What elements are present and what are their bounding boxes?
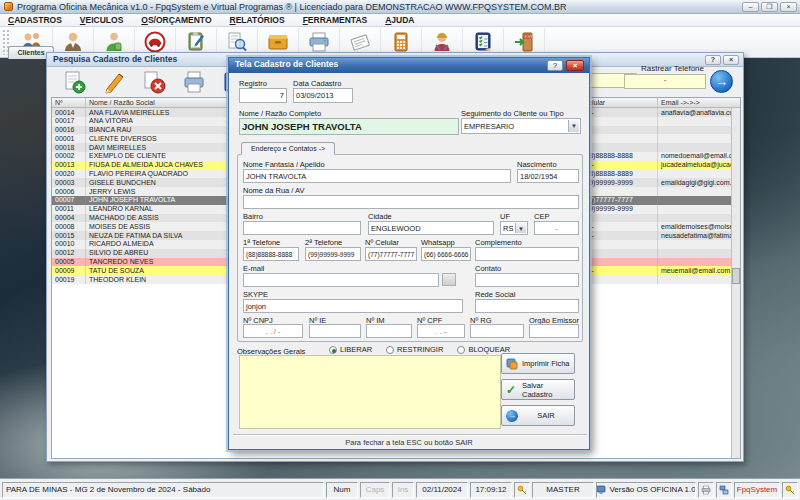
table-cell[interactable]: 00013 — [52, 161, 86, 170]
complemento-field[interactable] — [475, 247, 579, 261]
table-cell[interactable]: 00006 — [52, 187, 86, 196]
menu-ferramentas[interactable]: FERRAMENTAS — [303, 15, 368, 25]
cep-field[interactable]: - — [534, 221, 579, 235]
cnpj-field[interactable]: . . / - — [243, 324, 303, 338]
menu-ajuda[interactable]: AJUDA — [385, 15, 414, 25]
rede-social-field[interactable] — [475, 299, 579, 313]
uf-chevron-down-icon[interactable]: ▼ — [515, 223, 526, 233]
column-email[interactable]: Email ->->-> — [658, 98, 732, 107]
table-cell[interactable]: 00020 — [52, 170, 86, 179]
radio-liberar[interactable]: LIBERAR — [329, 345, 372, 354]
table-cell[interactable] — [658, 196, 732, 205]
menu-cadastros[interactable]: CADASTROS — [8, 15, 62, 25]
table-cell[interactable] — [580, 240, 658, 249]
search-help-button[interactable]: ? — [705, 55, 721, 65]
table-cell[interactable] — [658, 126, 732, 135]
table-cell[interactable]: 00016 — [52, 126, 86, 135]
table-cell[interactable]: 00005 — [52, 258, 86, 267]
table-cell[interactable]: nomedoemail@email.com.br — [658, 152, 732, 161]
table-cell[interactable] — [580, 134, 658, 143]
radio-restringir[interactable]: RESTRINGIR — [386, 345, 443, 354]
table-cell[interactable] — [658, 134, 732, 143]
novo-cliente-button[interactable] — [61, 69, 87, 95]
table-cell[interactable]: (88)88888-8889 — [580, 170, 658, 179]
nome-field[interactable]: JOHN JOSEPH TRAVOLTA — [239, 118, 459, 135]
contato-field[interactable] — [475, 273, 579, 287]
table-cell[interactable]: 00015 — [52, 231, 86, 240]
table-cell[interactable] — [658, 117, 732, 126]
radio-circle-icon[interactable] — [457, 346, 465, 354]
table-cell[interactable] — [658, 240, 732, 249]
close-button[interactable]: × — [780, 2, 797, 12]
column-celular[interactable]: Celular — [580, 98, 658, 107]
tel2-field[interactable]: (99)99999-9999 — [305, 247, 361, 261]
ie-field[interactable] — [309, 324, 361, 338]
table-cell[interactable]: meuemail@email.com.b — [658, 266, 732, 275]
table-cell[interactable] — [658, 214, 732, 223]
table-cell[interactable]: 00008 — [52, 222, 86, 231]
scrollbar-thumb[interactable] — [732, 268, 740, 284]
email-field[interactable] — [243, 273, 439, 287]
rua-field[interactable] — [243, 195, 579, 209]
table-cell[interactable]: neusadefatima@fatima.com.br — [658, 231, 732, 240]
radio-circle-icon[interactable] — [386, 346, 394, 354]
table-cell[interactable]: anaflavia@anaflavia.com.br — [658, 108, 732, 117]
table-cell[interactable]: 00019 — [52, 275, 86, 284]
nascimento-field[interactable]: 18/02/1954 — [517, 169, 579, 183]
table-cell[interactable]: ( ) - — [580, 108, 658, 117]
table-cell[interactable]: ( ) - — [580, 266, 658, 275]
bairro-field[interactable] — [243, 221, 361, 235]
menu-veiculos[interactable]: VEICULOS — [80, 15, 123, 25]
imprimir-lista-button[interactable] — [181, 69, 207, 95]
restore-button[interactable]: ❐ — [761, 2, 778, 12]
table-cell[interactable]: 00007 — [52, 196, 86, 205]
table-cell[interactable] — [658, 187, 732, 196]
minimize-button[interactable]: – — [742, 2, 759, 12]
editar-cliente-button[interactable] — [101, 69, 127, 95]
vertical-scrollbar[interactable] — [731, 108, 740, 458]
im-field[interactable] — [366, 324, 412, 338]
table-cell[interactable] — [580, 258, 658, 267]
table-cell[interactable] — [580, 187, 658, 196]
table-cell[interactable] — [580, 275, 658, 284]
table-cell[interactable]: 00003 — [52, 178, 86, 187]
table-cell[interactable]: emaildagigi@gigi.com.br — [658, 178, 732, 187]
registro-field[interactable]: 7 — [239, 88, 287, 103]
table-cell[interactable]: (88)88888-8888 — [580, 152, 658, 161]
dialog-titlebar[interactable]: Tela Cadastro de Clientes — [229, 58, 589, 73]
table-cell[interactable]: emaildemoises@moises.com.br — [658, 222, 732, 231]
tel1-field[interactable]: (88)88888-8888 — [243, 247, 299, 261]
table-cell[interactable]: (99)99999-9999 — [580, 178, 658, 187]
table-cell[interactable] — [580, 143, 658, 152]
observacoes-textarea[interactable] — [239, 355, 501, 429]
column-num[interactable]: Nº — [52, 98, 86, 107]
table-cell[interactable]: 00004 — [52, 214, 86, 223]
menu-relatorios[interactable]: RELATÓRIOS — [230, 15, 285, 25]
table-cell[interactable] — [580, 126, 658, 135]
salvar-cadastro-button[interactable]: ✓ Salvar Cadastro — [501, 379, 575, 400]
table-cell[interactable]: 00014 — [52, 108, 86, 117]
table-cell[interactable]: 00009 — [52, 266, 86, 275]
table-cell[interactable]: 00018 — [52, 143, 86, 152]
skype-field[interactable]: jonjon — [243, 299, 463, 313]
chevron-down-icon[interactable]: ▼ — [568, 120, 579, 132]
table-cell[interactable]: (99)99999-9999 — [580, 205, 658, 214]
table-cell[interactable] — [658, 170, 732, 179]
dialog-help-button[interactable]: ? — [547, 60, 563, 71]
excluir-cliente-button[interactable] — [141, 69, 167, 95]
table-cell[interactable] — [580, 249, 658, 258]
rg-field[interactable] — [470, 324, 524, 338]
table-cell[interactable] — [658, 275, 732, 284]
table-cell[interactable]: ( ) - — [580, 161, 658, 170]
table-cell[interactable]: ( ) - — [580, 231, 658, 240]
dialog-close-button[interactable]: × — [566, 60, 584, 71]
table-cell[interactable]: 00012 — [52, 249, 86, 258]
email-open-button[interactable] — [442, 273, 456, 286]
radio-circle-icon[interactable] — [329, 346, 337, 354]
menu-os-orcamento[interactable]: OS/ORÇAMENTO — [141, 15, 211, 25]
orgao-emissor-field[interactable] — [529, 324, 579, 338]
rastrear-go-button[interactable]: → — [710, 70, 733, 93]
table-cell[interactable]: ( ) - — [580, 222, 658, 231]
table-cell[interactable]: (77)77777-7777 — [580, 196, 658, 205]
cpf-field[interactable]: . . - — [417, 324, 465, 338]
